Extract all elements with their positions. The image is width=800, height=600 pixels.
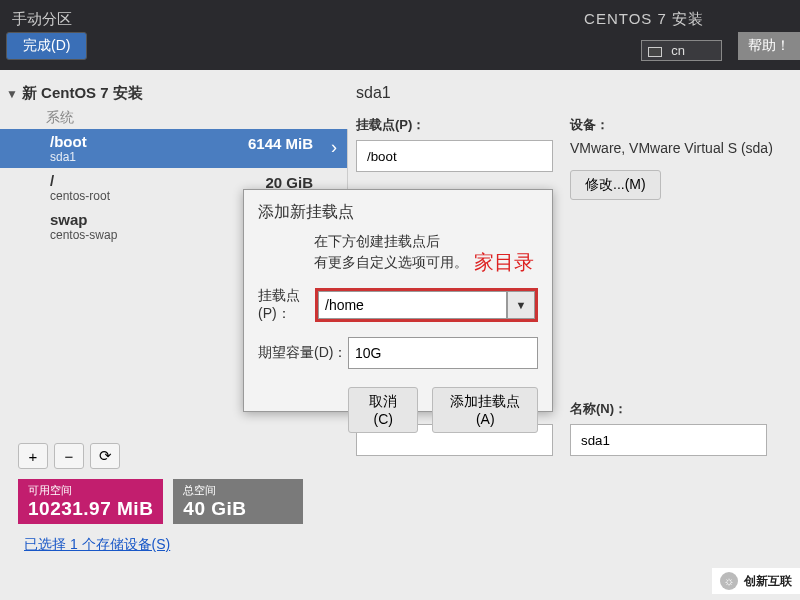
storage-link-row: 已选择 1 个存储设备(S) bbox=[0, 530, 348, 554]
partition-detail-title: sda1 bbox=[356, 84, 784, 102]
mount-point-label: 挂载点(P)： bbox=[356, 116, 570, 134]
dialog-mount-combo[interactable]: ▼ bbox=[315, 288, 538, 322]
storage-devices-link[interactable]: 已选择 1 个存储设备(S) bbox=[24, 536, 170, 552]
group-label: 系统 bbox=[0, 109, 348, 127]
free-space-box: 可用空间 10231.97 MiB bbox=[18, 479, 163, 524]
add-mountpoint-dialog: 添加新挂载点 在下方创建挂载点后 有更多自定义选项可用。 家目录 挂载点(P)：… bbox=[243, 189, 553, 412]
remove-partition-button[interactable]: − bbox=[54, 443, 84, 469]
dialog-capacity-input[interactable] bbox=[348, 337, 538, 369]
dropdown-icon[interactable]: ▼ bbox=[507, 291, 535, 319]
partition-item-boot[interactable]: /boot sda1 6144 MiB › bbox=[0, 129, 347, 168]
keyboard-icon bbox=[648, 47, 662, 57]
mount-point-input[interactable] bbox=[356, 140, 553, 172]
install-title: CENTOS 7 安装 bbox=[584, 10, 704, 29]
modify-device-button[interactable]: 修改...(M) bbox=[570, 170, 661, 200]
dialog-description: 在下方创建挂载点后 有更多自定义选项可用。 家目录 bbox=[258, 231, 538, 273]
partition-device: sda1 bbox=[50, 150, 337, 164]
name-input[interactable] bbox=[570, 424, 767, 456]
watermark: ☼ 创新互联 bbox=[712, 568, 800, 594]
language-selector[interactable]: cn bbox=[641, 40, 722, 61]
dialog-desc-line2: 有更多自定义选项可用。 bbox=[314, 254, 468, 270]
chevron-right-icon: › bbox=[331, 137, 337, 158]
collapse-icon: ▼ bbox=[6, 87, 18, 101]
page-title: 手动分区 bbox=[12, 10, 72, 29]
name-label: 名称(N)： bbox=[570, 400, 784, 418]
partition-toolbar: + − ⟳ bbox=[0, 435, 348, 475]
watermark-label: 创新互联 bbox=[744, 573, 792, 590]
help-button[interactable]: 帮助！ bbox=[738, 32, 800, 60]
done-button[interactable]: 完成(D) bbox=[6, 32, 87, 60]
dialog-mount-label: 挂载点(P)： bbox=[258, 287, 315, 323]
watermark-icon: ☼ bbox=[720, 572, 738, 590]
free-space-label: 可用空间 bbox=[28, 483, 153, 498]
reload-button[interactable]: ⟳ bbox=[90, 443, 120, 469]
space-summary: 可用空间 10231.97 MiB 总空间 40 GiB bbox=[0, 475, 348, 530]
install-header[interactable]: ▼ 新 CentOS 7 安装 bbox=[0, 84, 348, 109]
add-mountpoint-button[interactable]: 添加挂载点(A) bbox=[432, 387, 538, 433]
total-space-label: 总空间 bbox=[183, 483, 293, 498]
total-space-box: 总空间 40 GiB bbox=[173, 479, 303, 524]
dialog-desc-line1: 在下方创建挂载点后 bbox=[314, 233, 440, 249]
total-space-value: 40 GiB bbox=[183, 498, 293, 520]
free-space-value: 10231.97 MiB bbox=[28, 498, 153, 520]
topbar: 手动分区 完成(D) CENTOS 7 安装 cn 帮助！ bbox=[0, 0, 800, 70]
cancel-button[interactable]: 取消(C) bbox=[348, 387, 418, 433]
install-header-label: 新 CentOS 7 安装 bbox=[22, 84, 143, 103]
dialog-mount-input[interactable] bbox=[318, 291, 507, 319]
language-code: cn bbox=[671, 43, 685, 58]
dialog-title: 添加新挂载点 bbox=[258, 202, 538, 223]
add-partition-button[interactable]: + bbox=[18, 443, 48, 469]
dialog-capacity-label: 期望容量(D)： bbox=[258, 344, 348, 362]
partition-size: 6144 MiB bbox=[248, 135, 313, 152]
annotation-red: 家目录 bbox=[474, 247, 534, 277]
device-label: 设备： bbox=[570, 116, 784, 134]
device-value: VMware, VMware Virtual S (sda) bbox=[570, 140, 784, 156]
